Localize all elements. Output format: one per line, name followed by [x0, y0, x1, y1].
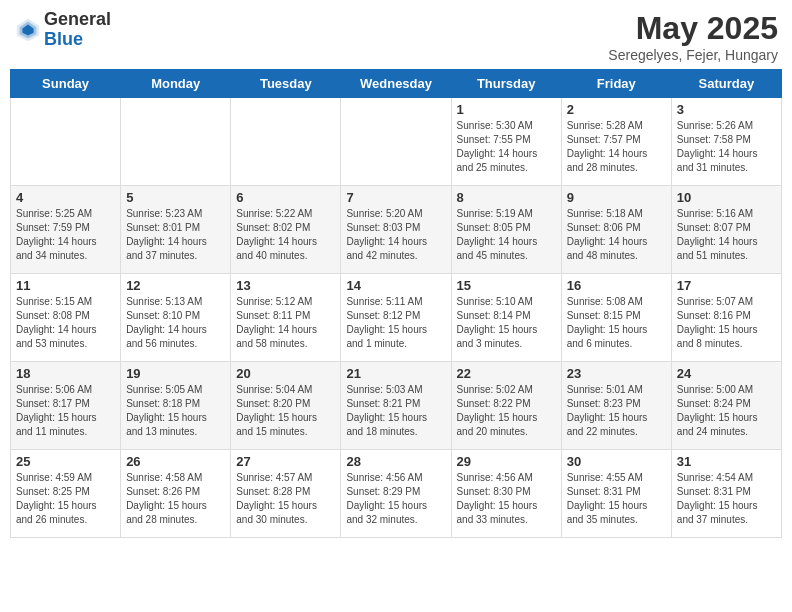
location: Seregelyes, Fejer, Hungary [608, 47, 778, 63]
day-info: Sunrise: 4:55 AMSunset: 8:31 PMDaylight:… [567, 471, 666, 527]
logo-general: General [44, 10, 111, 30]
calendar-cell: 4Sunrise: 5:25 AMSunset: 7:59 PMDaylight… [11, 186, 121, 274]
day-info: Sunrise: 5:08 AMSunset: 8:15 PMDaylight:… [567, 295, 666, 351]
day-number: 17 [677, 278, 776, 293]
day-info: Sunrise: 5:07 AMSunset: 8:16 PMDaylight:… [677, 295, 776, 351]
day-number: 12 [126, 278, 225, 293]
day-number: 23 [567, 366, 666, 381]
day-number: 15 [457, 278, 556, 293]
calendar-cell: 5Sunrise: 5:23 AMSunset: 8:01 PMDaylight… [121, 186, 231, 274]
calendar-cell: 10Sunrise: 5:16 AMSunset: 8:07 PMDayligh… [671, 186, 781, 274]
day-info: Sunrise: 5:11 AMSunset: 8:12 PMDaylight:… [346, 295, 445, 351]
logo: General Blue [14, 10, 111, 50]
day-number: 31 [677, 454, 776, 469]
day-number: 1 [457, 102, 556, 117]
calendar-cell: 19Sunrise: 5:05 AMSunset: 8:18 PMDayligh… [121, 362, 231, 450]
calendar-cell [121, 98, 231, 186]
calendar-cell: 13Sunrise: 5:12 AMSunset: 8:11 PMDayligh… [231, 274, 341, 362]
day-info: Sunrise: 5:15 AMSunset: 8:08 PMDaylight:… [16, 295, 115, 351]
day-info: Sunrise: 5:01 AMSunset: 8:23 PMDaylight:… [567, 383, 666, 439]
calendar-week-row: 1Sunrise: 5:30 AMSunset: 7:55 PMDaylight… [11, 98, 782, 186]
day-number: 27 [236, 454, 335, 469]
calendar-cell: 30Sunrise: 4:55 AMSunset: 8:31 PMDayligh… [561, 450, 671, 538]
day-info: Sunrise: 5:13 AMSunset: 8:10 PMDaylight:… [126, 295, 225, 351]
day-number: 6 [236, 190, 335, 205]
day-number: 20 [236, 366, 335, 381]
day-info: Sunrise: 4:56 AMSunset: 8:29 PMDaylight:… [346, 471, 445, 527]
calendar-cell: 14Sunrise: 5:11 AMSunset: 8:12 PMDayligh… [341, 274, 451, 362]
day-number: 19 [126, 366, 225, 381]
day-info: Sunrise: 5:04 AMSunset: 8:20 PMDaylight:… [236, 383, 335, 439]
page-header: General Blue May 2025 Seregelyes, Fejer,… [10, 10, 782, 63]
calendar-cell: 6Sunrise: 5:22 AMSunset: 8:02 PMDaylight… [231, 186, 341, 274]
calendar-cell: 28Sunrise: 4:56 AMSunset: 8:29 PMDayligh… [341, 450, 451, 538]
calendar-cell: 23Sunrise: 5:01 AMSunset: 8:23 PMDayligh… [561, 362, 671, 450]
calendar-cell: 25Sunrise: 4:59 AMSunset: 8:25 PMDayligh… [11, 450, 121, 538]
calendar-cell: 22Sunrise: 5:02 AMSunset: 8:22 PMDayligh… [451, 362, 561, 450]
day-info: Sunrise: 5:05 AMSunset: 8:18 PMDaylight:… [126, 383, 225, 439]
calendar-cell: 20Sunrise: 5:04 AMSunset: 8:20 PMDayligh… [231, 362, 341, 450]
day-info: Sunrise: 5:00 AMSunset: 8:24 PMDaylight:… [677, 383, 776, 439]
weekday-header: Thursday [451, 70, 561, 98]
calendar-week-row: 18Sunrise: 5:06 AMSunset: 8:17 PMDayligh… [11, 362, 782, 450]
weekday-header-row: SundayMondayTuesdayWednesdayThursdayFrid… [11, 70, 782, 98]
calendar-cell [231, 98, 341, 186]
day-info: Sunrise: 5:28 AMSunset: 7:57 PMDaylight:… [567, 119, 666, 175]
day-info: Sunrise: 5:22 AMSunset: 8:02 PMDaylight:… [236, 207, 335, 263]
day-number: 24 [677, 366, 776, 381]
calendar-cell: 2Sunrise: 5:28 AMSunset: 7:57 PMDaylight… [561, 98, 671, 186]
day-number: 8 [457, 190, 556, 205]
day-info: Sunrise: 4:59 AMSunset: 8:25 PMDaylight:… [16, 471, 115, 527]
logo-blue: Blue [44, 30, 111, 50]
day-info: Sunrise: 5:30 AMSunset: 7:55 PMDaylight:… [457, 119, 556, 175]
calendar-cell: 9Sunrise: 5:18 AMSunset: 8:06 PMDaylight… [561, 186, 671, 274]
weekday-header: Sunday [11, 70, 121, 98]
calendar-cell: 26Sunrise: 4:58 AMSunset: 8:26 PMDayligh… [121, 450, 231, 538]
day-info: Sunrise: 5:26 AMSunset: 7:58 PMDaylight:… [677, 119, 776, 175]
calendar-cell: 24Sunrise: 5:00 AMSunset: 8:24 PMDayligh… [671, 362, 781, 450]
day-number: 5 [126, 190, 225, 205]
weekday-header: Wednesday [341, 70, 451, 98]
day-info: Sunrise: 5:23 AMSunset: 8:01 PMDaylight:… [126, 207, 225, 263]
calendar-cell: 17Sunrise: 5:07 AMSunset: 8:16 PMDayligh… [671, 274, 781, 362]
calendar-week-row: 4Sunrise: 5:25 AMSunset: 7:59 PMDaylight… [11, 186, 782, 274]
day-number: 22 [457, 366, 556, 381]
calendar-cell: 1Sunrise: 5:30 AMSunset: 7:55 PMDaylight… [451, 98, 561, 186]
calendar-cell: 11Sunrise: 5:15 AMSunset: 8:08 PMDayligh… [11, 274, 121, 362]
calendar-cell: 31Sunrise: 4:54 AMSunset: 8:31 PMDayligh… [671, 450, 781, 538]
day-number: 11 [16, 278, 115, 293]
calendar-week-row: 11Sunrise: 5:15 AMSunset: 8:08 PMDayligh… [11, 274, 782, 362]
day-info: Sunrise: 5:16 AMSunset: 8:07 PMDaylight:… [677, 207, 776, 263]
calendar-cell: 15Sunrise: 5:10 AMSunset: 8:14 PMDayligh… [451, 274, 561, 362]
day-number: 26 [126, 454, 225, 469]
day-info: Sunrise: 4:58 AMSunset: 8:26 PMDaylight:… [126, 471, 225, 527]
calendar-cell [11, 98, 121, 186]
day-number: 14 [346, 278, 445, 293]
day-number: 18 [16, 366, 115, 381]
day-info: Sunrise: 4:57 AMSunset: 8:28 PMDaylight:… [236, 471, 335, 527]
calendar-cell: 21Sunrise: 5:03 AMSunset: 8:21 PMDayligh… [341, 362, 451, 450]
day-number: 21 [346, 366, 445, 381]
day-number: 13 [236, 278, 335, 293]
month-title: May 2025 [608, 10, 778, 47]
calendar-cell: 12Sunrise: 5:13 AMSunset: 8:10 PMDayligh… [121, 274, 231, 362]
day-number: 9 [567, 190, 666, 205]
day-number: 7 [346, 190, 445, 205]
day-number: 10 [677, 190, 776, 205]
day-number: 29 [457, 454, 556, 469]
day-info: Sunrise: 4:56 AMSunset: 8:30 PMDaylight:… [457, 471, 556, 527]
day-info: Sunrise: 5:10 AMSunset: 8:14 PMDaylight:… [457, 295, 556, 351]
calendar-cell [341, 98, 451, 186]
weekday-header: Saturday [671, 70, 781, 98]
day-info: Sunrise: 5:25 AMSunset: 7:59 PMDaylight:… [16, 207, 115, 263]
day-info: Sunrise: 5:19 AMSunset: 8:05 PMDaylight:… [457, 207, 556, 263]
day-info: Sunrise: 4:54 AMSunset: 8:31 PMDaylight:… [677, 471, 776, 527]
calendar-cell: 3Sunrise: 5:26 AMSunset: 7:58 PMDaylight… [671, 98, 781, 186]
calendar-cell: 7Sunrise: 5:20 AMSunset: 8:03 PMDaylight… [341, 186, 451, 274]
day-number: 3 [677, 102, 776, 117]
day-number: 25 [16, 454, 115, 469]
day-info: Sunrise: 5:02 AMSunset: 8:22 PMDaylight:… [457, 383, 556, 439]
calendar-cell: 16Sunrise: 5:08 AMSunset: 8:15 PMDayligh… [561, 274, 671, 362]
day-info: Sunrise: 5:12 AMSunset: 8:11 PMDaylight:… [236, 295, 335, 351]
day-number: 4 [16, 190, 115, 205]
